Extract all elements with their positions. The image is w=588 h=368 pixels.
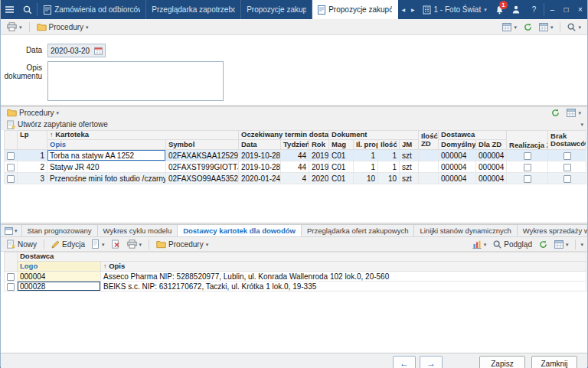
col-opis[interactable]: Opis bbox=[47, 140, 166, 150]
grid-settings-button[interactable]: ▾ bbox=[564, 108, 583, 118]
tab-stan-prognozowany[interactable]: Stan prognozowany bbox=[22, 225, 98, 236]
col-group-kartoteka[interactable]: ↑ Kartoteka bbox=[47, 131, 239, 140]
cell-opis[interactable]: Przenośne mini foto studio /czarny/ bbox=[47, 173, 166, 184]
cell-mag[interactable]: C01 bbox=[329, 150, 354, 161]
tab-scroll-right-icon[interactable]: ▶ bbox=[408, 0, 418, 19]
cell-logo[interactable]: 000028 bbox=[18, 282, 101, 291]
close-button[interactable]: × bbox=[573, 0, 587, 19]
help-button[interactable]: ? bbox=[525, 0, 543, 19]
cell-tydzien[interactable]: 4 bbox=[281, 173, 309, 184]
supplier-row[interactable]: 000004 Asseco Pharma NIP: 5288520977, Lu… bbox=[5, 272, 586, 282]
zamknij-button[interactable]: Zamknij bbox=[531, 356, 577, 368]
col-group-dostawca[interactable]: Dostawca bbox=[439, 131, 507, 140]
cell-jm[interactable]: szt bbox=[400, 161, 419, 173]
procedury-button[interactable]: Procedury ▾ bbox=[5, 108, 61, 118]
cell-ilosc-zd[interactable] bbox=[419, 150, 439, 161]
cell-domyslny[interactable]: 000004 bbox=[439, 161, 476, 173]
cell-mag[interactable]: C01 bbox=[329, 161, 354, 173]
grid-settings-button[interactable]: ▾ bbox=[537, 22, 556, 32]
previous-button[interactable]: ← bbox=[393, 356, 416, 368]
maximize-button[interactable]: □ bbox=[559, 0, 573, 19]
chart-button[interactable]: ▾ bbox=[470, 239, 489, 249]
cell-symbol[interactable]: 02FAXST999GIOTTJR420 bbox=[166, 161, 239, 173]
brak-dostawcow-checkbox[interactable] bbox=[564, 175, 571, 183]
cell-data[interactable]: 2019-10-28 bbox=[239, 150, 281, 161]
tab-wykres-cyklu-modelu[interactable]: Wykres cyklu modelu bbox=[98, 225, 178, 236]
col-il-prop[interactable]: Il. prop bbox=[354, 140, 378, 150]
cell-mag[interactable]: C01 bbox=[329, 173, 354, 184]
cell-data[interactable]: 2019-10-28 bbox=[239, 161, 281, 173]
next-button[interactable]: → bbox=[420, 356, 443, 368]
cell-domyslny[interactable]: 000004 bbox=[439, 173, 476, 184]
refresh-button[interactable] bbox=[537, 239, 550, 249]
row-select-checkbox[interactable] bbox=[7, 175, 15, 183]
cell-domyslny[interactable]: 000004 bbox=[439, 150, 476, 161]
cell-rok[interactable]: 2019 bbox=[309, 161, 329, 173]
cell-opis[interactable]: BEIKS s.c. NIP: 6312170672, Taczki, ul. … bbox=[101, 282, 586, 291]
tab-dostawcy-kartotek[interactable]: Dostawcy kartotek dla dowodów bbox=[178, 225, 302, 236]
cell-rok[interactable]: 2019 bbox=[309, 150, 329, 161]
realizacja-zd-checkbox[interactable] bbox=[524, 164, 531, 171]
row-select-checkbox[interactable] bbox=[7, 164, 15, 171]
notifications-button[interactable]: 1 bbox=[492, 0, 508, 19]
copy-button[interactable]: ▾ bbox=[90, 239, 107, 249]
calendar-icon[interactable] bbox=[94, 47, 103, 55]
brak-dostawcow-checkbox[interactable] bbox=[564, 152, 571, 160]
cell-il-prop[interactable]: 10 bbox=[354, 173, 378, 184]
opis-dokumentu-input[interactable] bbox=[47, 61, 224, 101]
cell-lp[interactable]: 2 bbox=[18, 161, 47, 173]
cell-ilosc[interactable]: 10 bbox=[378, 173, 400, 184]
tab-scroll-left-icon[interactable]: ◀ bbox=[398, 0, 408, 19]
search-filter-button[interactable]: ▾ bbox=[565, 22, 583, 32]
col-rok[interactable]: Rok bbox=[309, 140, 329, 150]
table-row[interactable]: 3 Przenośne mini foto studio /czarny/ 02… bbox=[5, 173, 586, 184]
create-rfq-button[interactable]: Utwórz zapytanie ofertowe bbox=[5, 119, 110, 130]
col-domyslny[interactable]: Domyślny bbox=[439, 140, 476, 150]
cell-il-prop[interactable]: 1 bbox=[354, 150, 378, 161]
edycja-button[interactable]: Edycja bbox=[49, 239, 87, 249]
row-select-checkbox[interactable] bbox=[7, 273, 15, 281]
col-logo[interactable]: Logo bbox=[18, 262, 101, 272]
row-select-checkbox[interactable] bbox=[7, 283, 15, 291]
cell-opis[interactable]: Asseco Pharma NIP: 5288520977, Lublin, u… bbox=[101, 272, 586, 282]
cell-lp[interactable]: 3 bbox=[18, 173, 47, 184]
col-realizacja-zd[interactable]: Realizacja ZD bbox=[507, 131, 548, 150]
cell-dla-zd[interactable]: 000004 bbox=[476, 161, 507, 173]
tab-zamowienia-od-odbiorcow[interactable]: Zamówienia od odbiorców bbox=[38, 0, 146, 19]
cell-lp[interactable]: 1 bbox=[18, 150, 47, 161]
tab-przegladarka-zapotrzebowan[interactable]: Przeglądarka zapotrzebowań (dla bbox=[146, 0, 241, 19]
col-lp[interactable]: Lp bbox=[18, 131, 47, 150]
cell-opis[interactable]: Torba na statyw AA 1252 bbox=[47, 150, 166, 161]
layout-settings-button[interactable]: ▾ bbox=[500, 22, 519, 32]
procedury-button[interactable]: Procedury ▾ bbox=[154, 239, 211, 249]
cell-il-prop[interactable]: 1 bbox=[354, 161, 378, 173]
cell-symbol[interactable]: 02FAXAKSAA1252999999 bbox=[166, 150, 239, 161]
print-button[interactable]: ▾ bbox=[5, 21, 24, 32]
tab-linijki-stanow[interactable]: Linijki stanów dynamicznych bbox=[414, 225, 517, 236]
supplier-row[interactable]: 000028 BEIKS s.c. NIP: 6312170672, Taczk… bbox=[5, 282, 586, 291]
realizacja-zd-checkbox[interactable] bbox=[524, 175, 531, 183]
cell-jm[interactable]: szt bbox=[400, 150, 419, 161]
refresh-button[interactable] bbox=[549, 108, 562, 118]
col-symbol[interactable]: Symbol bbox=[166, 140, 239, 150]
global-search-button[interactable] bbox=[18, 0, 36, 19]
delete-button[interactable] bbox=[109, 239, 122, 249]
cell-logo[interactable]: 000004 bbox=[18, 272, 101, 282]
col-data[interactable]: Data bbox=[239, 140, 281, 150]
table-row[interactable]: 1 Torba na statyw AA 1252 02FAXAKSAA1252… bbox=[5, 150, 586, 161]
tab-propozycje-zakupow-dokument[interactable]: Propozycje zakupów - [ C01, PRO bbox=[312, 0, 398, 19]
col-group-dostawca[interactable]: Dostawca bbox=[18, 252, 586, 262]
collapse-panel-icon[interactable]: ▾ bbox=[580, 242, 583, 247]
tab-przegladarka-ofert[interactable]: Przeglądarka ofert zakupowych bbox=[302, 225, 415, 236]
cell-opis[interactable]: Statyw JR 420 bbox=[47, 161, 166, 173]
cell-rok[interactable]: 2020 bbox=[309, 173, 329, 184]
cell-tydzien[interactable]: 44 bbox=[281, 150, 309, 161]
menu-button[interactable] bbox=[1, 0, 18, 19]
cell-ilosc-zd[interactable] bbox=[419, 161, 439, 173]
cell-ilosc[interactable]: 1 bbox=[378, 150, 400, 161]
col-brak-dostawcow[interactable]: BrakDostawców bbox=[548, 131, 586, 150]
cell-ilosc[interactable]: 1 bbox=[378, 161, 400, 173]
nowy-button[interactable]: Nowy bbox=[5, 239, 39, 249]
brak-dostawcow-checkbox[interactable] bbox=[564, 164, 571, 171]
col-mag[interactable]: Mag bbox=[329, 140, 354, 150]
